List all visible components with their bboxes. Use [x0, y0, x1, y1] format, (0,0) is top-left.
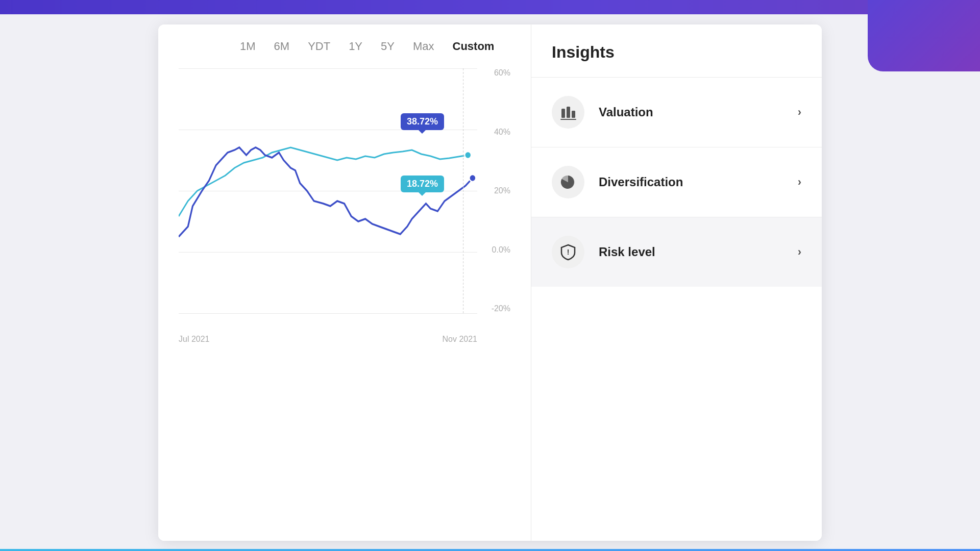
y-label-20: 20% [494, 186, 510, 195]
risk-level-chevron: › [798, 245, 801, 259]
diversification-chevron: › [798, 176, 801, 189]
svg-rect-4 [567, 107, 570, 118]
pie-chart-icon [559, 173, 577, 191]
filter-ydt[interactable]: YDT [308, 40, 330, 53]
bottom-bar [0, 549, 980, 551]
filter-custom[interactable]: Custom [453, 40, 495, 53]
svg-rect-5 [572, 111, 575, 118]
svg-rect-6 [560, 119, 576, 120]
risk-level-label: Risk level [599, 245, 798, 259]
filter-6m[interactable]: 6M [274, 40, 290, 53]
filter-1m[interactable]: 1M [240, 40, 256, 53]
insight-item-diversification[interactable]: Diversification › [531, 147, 822, 217]
svg-text:!: ! [567, 248, 570, 256]
y-axis: 60% 40% 20% 0.0% -20% [480, 68, 510, 313]
insight-item-risk-level[interactable]: ! Risk level › [531, 217, 822, 287]
insights-header: Insights [531, 24, 822, 78]
x-axis: Jul 2021 Nov 2021 [179, 330, 477, 344]
filter-1y[interactable]: 1Y [349, 40, 362, 53]
valuation-icon-circle [552, 96, 584, 129]
x-label-nov: Nov 2021 [443, 335, 478, 344]
main-container: 1M 6M YDT 1Y 5Y Max Custom [158, 24, 822, 541]
diversification-icon-circle [552, 166, 584, 198]
shield-icon: ! [559, 243, 577, 261]
valuation-chevron: › [798, 106, 801, 119]
top-bar [0, 0, 980, 14]
y-label-60: 60% [494, 68, 510, 78]
tooltip-cyan: 18.72% [401, 176, 444, 192]
bar-chart-icon [559, 104, 577, 121]
svg-point-1 [464, 152, 471, 159]
insights-panel: Insights Valuation › [531, 24, 822, 541]
insight-item-valuation[interactable]: Valuation › [531, 78, 822, 147]
time-filters: 1M 6M YDT 1Y 5Y Max Custom [179, 40, 510, 53]
chart-panel: 1M 6M YDT 1Y 5Y Max Custom [158, 24, 531, 541]
svg-point-0 [469, 174, 476, 182]
svg-rect-3 [561, 109, 565, 118]
y-label-40: 40% [494, 128, 510, 137]
grid-line-5 [179, 313, 477, 314]
chart-area: 38.72% 18.72% 60% 40% 20% 0.0% -20% Jul … [179, 68, 510, 344]
x-label-jul: Jul 2021 [179, 335, 210, 344]
insights-title: Insights [552, 43, 801, 62]
filter-max[interactable]: Max [413, 40, 434, 53]
diversification-label: Diversification [599, 175, 798, 189]
filter-5y[interactable]: 5Y [381, 40, 395, 53]
risk-level-icon-circle: ! [552, 236, 584, 268]
purple-accent [868, 0, 980, 71]
tooltip-dark: 38.72% [401, 113, 444, 130]
valuation-label: Valuation [599, 105, 798, 119]
y-label-neg20: -20% [492, 304, 510, 313]
y-label-0: 0.0% [492, 245, 510, 255]
